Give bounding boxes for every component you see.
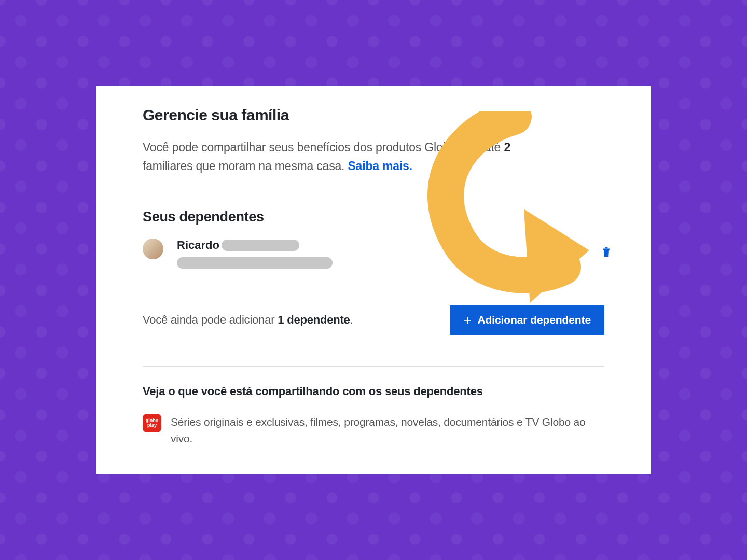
add-dependent-button[interactable]: + Adicionar dependente: [450, 305, 604, 335]
svg-rect-1: [605, 247, 608, 249]
intro-count: 2: [504, 141, 510, 154]
intro-pre: Você pode compartilhar seus benefícios d…: [143, 141, 504, 154]
redacted-email: [177, 257, 333, 269]
svg-rect-0: [603, 248, 610, 250]
remaining-count: 1 dependente: [278, 313, 350, 326]
add-row: Você ainda pode adicionar 1 dependente. …: [143, 305, 604, 335]
family-card: Gerencie sua família Você pode compartil…: [96, 86, 651, 474]
avatar: [143, 239, 163, 259]
dependents-heading: Seus dependentes: [143, 209, 604, 225]
remaining-pre: Você ainda pode adicionar: [143, 313, 278, 326]
intro-text: Você pode compartilhar seus benefícios d…: [143, 138, 552, 175]
divider: [143, 366, 604, 367]
intro-post: familiares que moram na mesma casa.: [143, 159, 348, 173]
globoplay-icon: globo play: [143, 414, 161, 432]
learn-more-link[interactable]: Saiba mais.: [348, 159, 412, 173]
plus-icon: +: [463, 313, 471, 327]
remaining-post: .: [350, 313, 353, 326]
badge-line-2: play: [147, 423, 157, 428]
add-button-label: Adicionar dependente: [477, 314, 591, 326]
remaining-text: Você ainda pode adicionar 1 dependente.: [143, 313, 353, 327]
product-row: globo play Séries originais e exclusivas…: [143, 414, 604, 446]
product-description: Séries originais e exclusivas, filmes, p…: [171, 414, 604, 446]
dependent-info: Ricardo: [177, 239, 333, 269]
trash-icon: [601, 246, 612, 260]
page-title: Gerencie sua família: [143, 106, 604, 124]
sharing-heading: Veja o que você está compartilhando com …: [143, 385, 604, 398]
dependent-name: Ricardo: [177, 239, 219, 252]
dependent-row: Ricardo: [143, 235, 604, 300]
delete-dependent-button[interactable]: [598, 245, 615, 261]
redacted-name: [222, 240, 299, 251]
